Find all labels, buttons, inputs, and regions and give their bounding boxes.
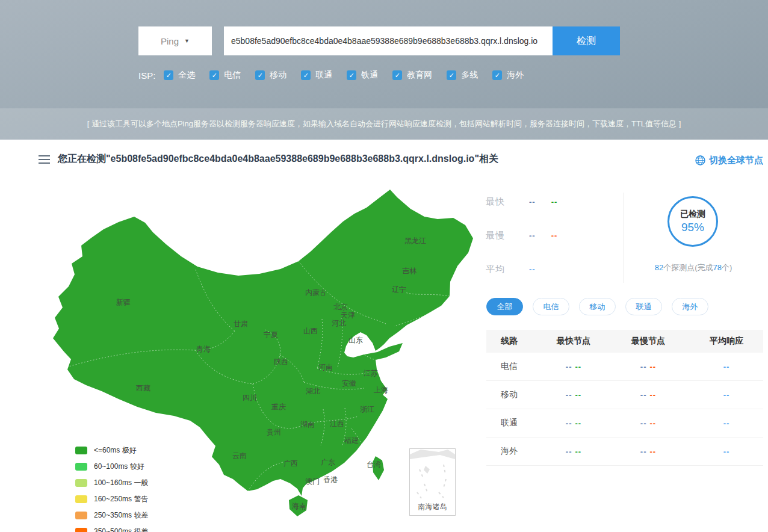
summary-value: -- [551,231,558,240]
slowest-node-value: -- [640,447,647,456]
map-label-辽宁: 辽宁 [392,285,406,295]
line-table: 线路最快节点最慢节点平均响应 电信----------移动----------联… [486,330,763,466]
slowest-node-cell: ---- [607,418,690,428]
ping-tool-page: Ping ▼ 检测 ISP: ✓全选✓电信✓移动✓联通✓铁通✓教育网✓多线✓海外… [0,0,768,532]
checkbox-checked-icon[interactable]: ✓ [447,70,456,80]
map-label-新疆: 新疆 [116,297,131,308]
map-label-山东: 山东 [348,335,363,345]
globe-icon [695,155,705,165]
checkbox-checked-icon[interactable]: ✓ [492,70,502,80]
map-label-青海: 青海 [196,344,211,354]
isp-option-多线[interactable]: ✓多线 [447,70,478,81]
isp-options: ✓全选✓电信✓移动✓联通✓铁通✓教育网✓多线✓海外 [164,70,524,81]
summary-value: -- [551,197,558,206]
map-label-江苏: 江苏 [364,368,378,379]
filter-移动[interactable]: 移动 [579,298,616,315]
summary-row-label: 最快 [486,196,513,208]
isp-option-label: 电信 [224,70,241,81]
map-label-澳门: 澳门 [305,477,320,487]
isp-option-电信[interactable]: ✓电信 [209,70,241,81]
isp-option-铁通[interactable]: ✓铁通 [347,70,378,81]
slowest-node-value: -- [640,391,647,400]
map-label-陕西: 陕西 [274,357,288,367]
menu-icon[interactable] [39,155,50,164]
map-label-西藏: 西藏 [136,383,150,394]
table-row: 移动---------- [486,381,763,409]
isp-option-教育网[interactable]: ✓教育网 [392,70,432,81]
map-label-山西: 山西 [303,326,318,336]
summary-row: 最快---- [486,195,557,208]
legend-swatch [75,479,87,487]
map-label-重庆: 重庆 [271,402,286,412]
legend-item: 160~250ms 警告 [75,494,148,504]
isp-option-label: 联通 [315,70,332,81]
checkbox-checked-icon[interactable]: ✓ [255,70,265,80]
table-header: 线路最快节点最慢节点平均响应 [486,330,763,353]
host-input[interactable] [224,26,553,55]
fastest-node-cell: ---- [540,390,607,400]
fastest-node-value: -- [566,362,572,371]
avg-cell: -- [690,447,763,456]
method-select[interactable]: Ping ▼ [138,26,212,55]
checkbox-checked-icon[interactable]: ✓ [164,70,173,80]
isp-option-移动[interactable]: ✓移动 [255,70,286,81]
avg-cell: -- [690,362,763,371]
isp-row: ISP: ✓全选✓电信✓移动✓联通✓铁通✓教育网✓多线✓海外 [138,70,524,81]
map-label-湖北: 湖北 [306,386,320,397]
isp-option-全选[interactable]: ✓全选 [164,70,195,81]
legend-item: 250~350ms 较差 [75,510,148,521]
header-hero: Ping ▼ 检测 ISP: ✓全选✓电信✓移动✓联通✓铁通✓教育网✓多线✓海外… [0,0,768,140]
legend-label: 160~250ms 警告 [94,494,148,504]
filter-联通[interactable]: 联通 [625,298,662,315]
filter-海外[interactable]: 海外 [672,298,708,315]
map-label-河北: 河北 [332,318,346,329]
filter-全部[interactable]: 全部 [486,298,523,315]
fastest-node-cell: ---- [540,447,607,456]
table-row: 联通---------- [486,409,763,438]
latency-legend: <=60ms 极好60~100ms 较好100~160ms 一般160~250m… [75,445,148,532]
map-label-浙江: 浙江 [360,404,374,415]
chevron-down-icon: ▼ [184,38,190,44]
map-label-台湾: 台湾 [367,460,381,470]
checkbox-checked-icon[interactable]: ✓ [347,70,356,80]
map-label-福建: 福建 [344,436,359,446]
legend-label: 350~500ms 很差 [94,527,148,532]
legend-item: <=60ms 极好 [75,445,148,456]
map-label-黑龙江: 黑龙江 [404,236,426,246]
isp-option-label: 全选 [178,70,195,81]
checkbox-checked-icon[interactable]: ✓ [209,70,219,80]
switch-global-nodes-link[interactable]: 切换全球节点 [695,155,763,166]
filter-电信[interactable]: 电信 [533,298,569,315]
fastest-node-cell: ---- [540,418,607,428]
legend-label: <=60ms 极好 [94,445,137,456]
isp-option-联通[interactable]: ✓联通 [301,70,332,81]
avg-value: -- [723,391,730,400]
slowest-ms-value: -- [650,391,657,400]
table-row: 海外---------- [486,438,763,466]
map-label-宁夏: 宁夏 [264,330,278,340]
page-title: 您正在检测"e5b08fe5ad90efbc8ce4bda0e4b8aae593… [58,153,498,165]
detect-button[interactable]: 检测 [553,26,620,55]
switch-global-nodes-label: 切换全球节点 [709,155,763,166]
slowest-ms-value: -- [650,447,657,456]
isp-option-海外[interactable]: ✓海外 [492,70,524,81]
checkbox-checked-icon[interactable]: ✓ [301,70,311,80]
main-content: 您正在检测"e5b08fe5ad90efbc8ce4bda0e4b8aae593… [0,140,768,532]
map-label-内蒙古: 内蒙古 [305,288,327,298]
table-header-cell: 最慢节点 [607,336,690,347]
isp-label: ISP: [138,70,155,81]
fastest-ms-value: -- [575,362,582,371]
map-label-甘肃: 甘肃 [234,319,248,329]
legend-label: 60~100ms 较好 [94,462,144,472]
map-label-河南: 河南 [318,362,333,373]
slowest-node-value: -- [640,419,647,428]
line-cell: 海外 [486,446,540,457]
detect-form: Ping ▼ 检测 [138,26,620,55]
checkbox-checked-icon[interactable]: ✓ [392,70,402,80]
avg-value: -- [723,447,730,456]
isp-option-label: 铁通 [361,70,378,81]
summary-row: 最慢---- [486,229,557,242]
map-label-江西: 江西 [330,419,344,429]
map-label-云南: 云南 [232,451,247,461]
summary-stats: 最快----最慢----平均-- [486,195,557,296]
